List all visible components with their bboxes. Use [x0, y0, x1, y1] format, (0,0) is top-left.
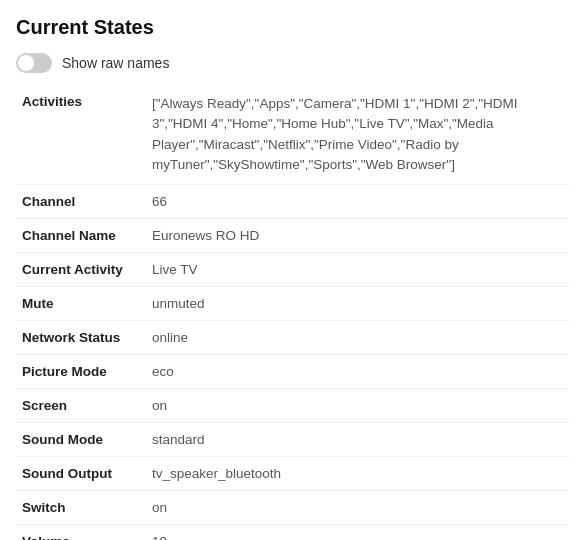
row-value: standard [146, 423, 569, 457]
table-row: Current ActivityLive TV [16, 253, 569, 287]
table-row: Switchon [16, 491, 569, 525]
states-table: Activities["Always Ready","Apps","Camera… [16, 85, 569, 540]
row-value: on [146, 389, 569, 423]
row-label: Network Status [16, 321, 146, 355]
row-value: online [146, 321, 569, 355]
show-raw-toggle[interactable] [16, 53, 52, 73]
table-row: Volume10 [16, 525, 569, 541]
table-row: Channel NameEuronews RO HD [16, 219, 569, 253]
table-row: Picture Modeeco [16, 355, 569, 389]
row-label: Current Activity [16, 253, 146, 287]
row-label: Volume [16, 525, 146, 541]
table-row: Network Statusonline [16, 321, 569, 355]
row-label: Screen [16, 389, 146, 423]
table-row: Sound Outputtv_speaker_bluetooth [16, 457, 569, 491]
row-value: ["Always Ready","Apps","Camera","HDMI 1"… [146, 85, 569, 185]
table-row: Channel66 [16, 185, 569, 219]
row-label: Picture Mode [16, 355, 146, 389]
row-value: Euronews RO HD [146, 219, 569, 253]
row-label: Sound Mode [16, 423, 146, 457]
row-label: Switch [16, 491, 146, 525]
table-row: Screenon [16, 389, 569, 423]
row-label: Channel [16, 185, 146, 219]
row-label: Mute [16, 287, 146, 321]
row-value: Live TV [146, 253, 569, 287]
row-label: Channel Name [16, 219, 146, 253]
table-row: Activities["Always Ready","Apps","Camera… [16, 85, 569, 185]
row-value: tv_speaker_bluetooth [146, 457, 569, 491]
table-row: Sound Modestandard [16, 423, 569, 457]
row-value: unmuted [146, 287, 569, 321]
row-value: 10 [146, 525, 569, 541]
row-label: Activities [16, 85, 146, 185]
row-value: eco [146, 355, 569, 389]
row-value: 66 [146, 185, 569, 219]
page-title: Current States [16, 16, 569, 39]
row-value: on [146, 491, 569, 525]
row-label: Sound Output [16, 457, 146, 491]
table-row: Muteunmuted [16, 287, 569, 321]
toggle-thumb [18, 55, 34, 71]
show-raw-label: Show raw names [62, 55, 169, 71]
show-raw-row: Show raw names [16, 53, 569, 73]
